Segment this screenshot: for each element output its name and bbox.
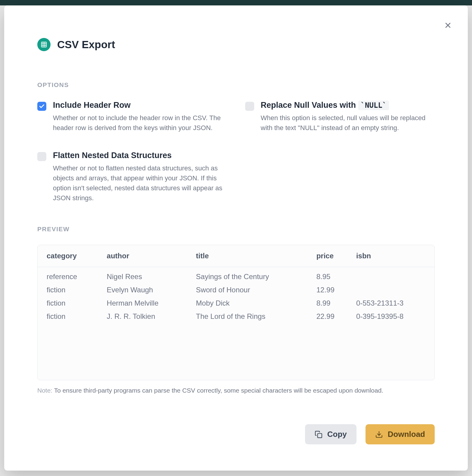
table-cell: Herman Melville: [102, 297, 192, 310]
table-cell: 0-395-19395-8: [352, 310, 434, 323]
table-cell: fiction: [38, 310, 102, 323]
options-section-label: OPTIONS: [37, 81, 435, 89]
copy-icon: [315, 431, 322, 438]
download-button[interactable]: Download: [366, 424, 435, 444]
table-cell: reference: [38, 267, 102, 284]
option-title-code: `NULL`: [358, 101, 389, 110]
download-icon: [375, 431, 383, 438]
table-cell: 8.99: [312, 297, 352, 310]
check-icon: [39, 103, 45, 109]
option-title: Flatten Nested Data Structures: [53, 151, 227, 160]
svg-rect-7: [318, 433, 322, 437]
backdrop-bar: [0, 0, 472, 5]
table-cell: 22.99: [312, 310, 352, 323]
table-cell: Evelyn Waugh: [102, 283, 192, 297]
replace-null-checkbox[interactable]: [245, 102, 254, 111]
table-cell: 0-553-21311-3: [352, 297, 434, 310]
option-body: Flatten Nested Data Structures Whether o…: [53, 151, 227, 203]
close-icon: [444, 21, 452, 30]
svg-rect-2: [42, 42, 47, 47]
table-header: author: [102, 245, 192, 267]
option-flatten: Flatten Nested Data Structures Whether o…: [37, 151, 227, 203]
option-body: Include Header Row Whether or not to inc…: [53, 101, 227, 133]
modal-title: CSV Export: [57, 39, 115, 51]
table-header-row: category author title price isbn: [38, 245, 434, 267]
flatten-checkbox[interactable]: [37, 152, 46, 161]
option-body: Replace Null Values with `NULL` When thi…: [261, 101, 435, 133]
options-grid: Include Header Row Whether or not to inc…: [37, 101, 435, 203]
preview-section-label: PREVIEW: [37, 226, 435, 233]
table-header: title: [191, 245, 312, 267]
note-prefix: Note:: [37, 387, 52, 394]
modal-header: CSV Export: [37, 38, 435, 51]
table-header: category: [38, 245, 102, 267]
table-row: reference Nigel Rees Sayings of the Cent…: [38, 267, 434, 284]
option-include-header: Include Header Row Whether or not to inc…: [37, 101, 227, 133]
table-cell: [352, 267, 434, 284]
preview-table: category author title price isbn referen…: [38, 245, 434, 323]
copy-button[interactable]: Copy: [305, 424, 356, 444]
table-cell: Sayings of the Century: [191, 267, 312, 284]
option-title: Replace Null Values with `NULL`: [261, 101, 435, 110]
table-cell: J. R. R. Tolkien: [102, 310, 192, 323]
close-button[interactable]: [443, 20, 453, 31]
table-cell: Nigel Rees: [102, 267, 192, 284]
include-header-checkbox[interactable]: [37, 102, 46, 111]
table-header: isbn: [352, 245, 434, 267]
note-text: To ensure third-party programs can parse…: [52, 387, 383, 394]
table-cell: Moby Dick: [191, 297, 312, 310]
note: Note: To ensure third-party programs can…: [37, 387, 435, 394]
csv-export-modal: CSV Export OPTIONS Include Header Row Wh…: [4, 5, 468, 471]
table-cell: The Lord of the Rings: [191, 310, 312, 323]
download-button-label: Download: [388, 430, 425, 439]
table-cell: 8.95: [312, 267, 352, 284]
option-replace-null: Replace Null Values with `NULL` When thi…: [245, 101, 435, 133]
modal-footer: Copy Download: [37, 424, 435, 444]
preview-box: category author title price isbn referen…: [37, 245, 435, 380]
table-row: fiction Herman Melville Moby Dick 8.99 0…: [38, 297, 434, 310]
option-desc: When this option is selected, null value…: [261, 113, 435, 133]
table-cell: 12.99: [312, 283, 352, 297]
table-row: fiction J. R. R. Tolkien The Lord of the…: [38, 310, 434, 323]
table-cell: Sword of Honour: [191, 283, 312, 297]
table-header: price: [312, 245, 352, 267]
table-icon: [37, 38, 51, 51]
option-desc: Whether or not to include the header row…: [53, 113, 227, 133]
table-cell: fiction: [38, 297, 102, 310]
copy-button-label: Copy: [327, 430, 347, 439]
option-desc: Whether or not to flatten nested data st…: [53, 163, 227, 203]
table-cell: [352, 283, 434, 297]
table-cell: fiction: [38, 283, 102, 297]
table-row: fiction Evelyn Waugh Sword of Honour 12.…: [38, 283, 434, 297]
option-title: Include Header Row: [53, 101, 227, 110]
option-title-prefix: Replace Null Values with: [261, 101, 358, 110]
